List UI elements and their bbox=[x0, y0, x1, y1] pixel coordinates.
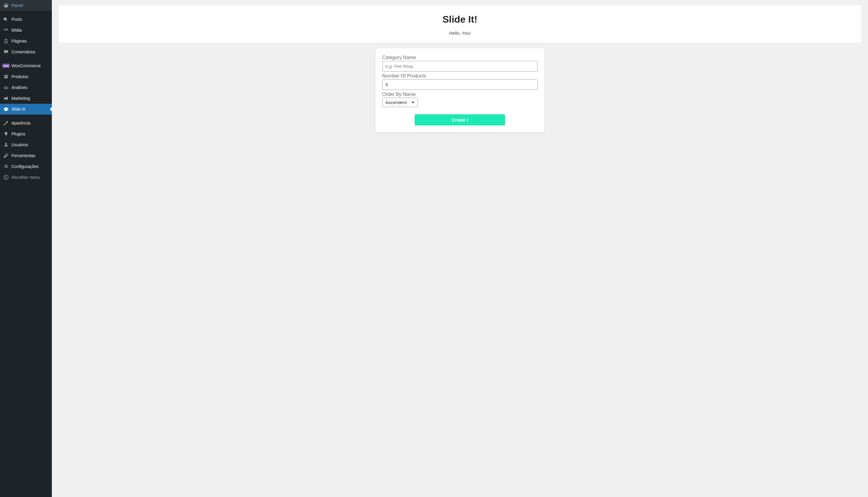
svg-point-0 bbox=[4, 175, 8, 180]
megaphone-icon bbox=[3, 95, 9, 101]
sidebar-item-label: Aparência bbox=[12, 120, 30, 126]
create-button[interactable]: Create ! bbox=[415, 114, 505, 126]
sidebar-item-label: Páginas bbox=[12, 39, 27, 43]
sidebar-item-usuarios[interactable]: Usuários bbox=[0, 139, 52, 150]
woo-icon: woo bbox=[3, 63, 9, 69]
slides-icon bbox=[3, 106, 9, 112]
sidebar-item-aparencia[interactable]: Aparência bbox=[0, 118, 52, 128]
sidebar-item-posts[interactable]: Posts bbox=[0, 14, 52, 25]
sidebar-item-comentarios[interactable]: Comentários bbox=[0, 46, 52, 57]
sidebar-collapse-label: Recolher menu bbox=[12, 175, 40, 180]
pages-icon bbox=[3, 38, 9, 44]
number-products-label: Number Of Products bbox=[382, 73, 538, 79]
sidebar-item-label: Usuários bbox=[12, 142, 28, 147]
sidebar-item-label: Slide It! bbox=[12, 107, 26, 112]
sidebar-item-painel[interactable]: Painel bbox=[0, 0, 52, 11]
user-icon bbox=[3, 142, 9, 148]
header-card: Slide It! Hello, You! bbox=[58, 5, 862, 43]
sidebar-item-produtos[interactable]: Produtos bbox=[0, 71, 52, 82]
sidebar-item-woocommerce[interactable]: woo WooCommerce bbox=[0, 60, 52, 71]
category-name-label: Category Name bbox=[382, 55, 538, 60]
plug-icon bbox=[3, 131, 9, 137]
sidebar-item-label: Produtos bbox=[12, 74, 28, 79]
settings-icon bbox=[3, 164, 9, 170]
sidebar-item-label: WooCommerce bbox=[12, 63, 41, 68]
page-title: Slide It! bbox=[64, 14, 855, 25]
sidebar-item-paginas[interactable]: Páginas bbox=[0, 36, 52, 46]
sidebar-item-label: Marketing bbox=[12, 96, 30, 101]
sidebar-item-plugins[interactable]: Plugins bbox=[0, 128, 52, 139]
sidebar-item-label: Plugins bbox=[12, 131, 25, 136]
sidebar-item-label: Análises bbox=[12, 85, 27, 90]
media-icon bbox=[3, 27, 9, 33]
archive-icon bbox=[3, 74, 9, 80]
main-content: Slide It! Hello, You! Category Name Numb… bbox=[52, 0, 868, 497]
sidebar-item-label: Configurações bbox=[12, 164, 39, 169]
sidebar-item-marketing[interactable]: Marketing bbox=[0, 93, 52, 104]
sidebar-item-midia[interactable]: Mídia bbox=[0, 25, 52, 36]
wrench-icon bbox=[3, 153, 9, 159]
analytics-icon bbox=[3, 84, 9, 90]
category-name-input[interactable] bbox=[382, 61, 538, 71]
sidebar-item-label: Painel bbox=[12, 3, 23, 8]
sidebar-item-configuracoes[interactable]: Configurações bbox=[0, 161, 52, 172]
order-by-label: Order By Name bbox=[382, 92, 538, 97]
sidebar-item-label: Comentários bbox=[12, 49, 35, 54]
pin-icon bbox=[3, 16, 9, 22]
collapse-icon bbox=[3, 174, 9, 180]
form-card: Category Name Number Of Products Order B… bbox=[376, 48, 544, 132]
sidebar-item-ferramentas[interactable]: Ferramentas bbox=[0, 150, 52, 161]
number-products-input[interactable] bbox=[382, 79, 538, 90]
brush-icon bbox=[3, 120, 9, 126]
page-subtitle: Hello, You! bbox=[64, 30, 855, 36]
sidebar-item-label: Mídia bbox=[12, 28, 22, 32]
sidebar-item-analises[interactable]: Análises bbox=[0, 82, 52, 93]
sidebar-item-label: Ferramentas bbox=[12, 153, 35, 158]
order-by-select[interactable]: Ascendent bbox=[382, 98, 418, 107]
sidebar-item-slide-it[interactable]: Slide It! bbox=[0, 104, 52, 115]
sidebar-item-label: Posts bbox=[12, 17, 22, 22]
dashboard-icon bbox=[3, 2, 9, 9]
comment-icon bbox=[3, 49, 9, 55]
admin-sidebar: Painel Posts Mídia Páginas Comentários w… bbox=[0, 0, 52, 497]
sidebar-collapse[interactable]: Recolher menu bbox=[0, 172, 52, 183]
